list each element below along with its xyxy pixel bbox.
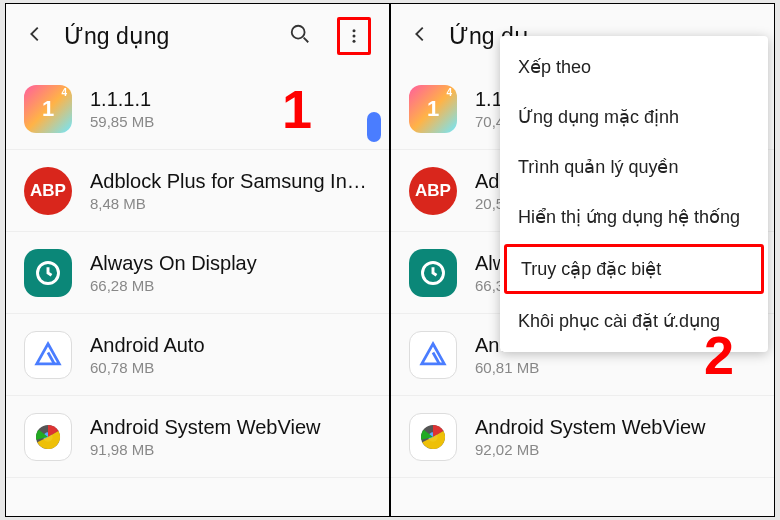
app-name: Android System WebView bbox=[90, 416, 371, 439]
app-icon-1111: 1 bbox=[409, 85, 457, 133]
annotation-step-2: 2 bbox=[704, 324, 734, 386]
svg-point-3 bbox=[353, 40, 356, 43]
app-icon-android-auto bbox=[24, 331, 72, 379]
app-name: Android Auto bbox=[90, 334, 371, 357]
list-item[interactable]: 1 1.1.1.1 59,85 MB bbox=[6, 68, 389, 150]
app-name: Always On Display bbox=[90, 252, 371, 275]
menu-sort-by[interactable]: Xếp theo bbox=[500, 42, 768, 92]
app-icon-webview bbox=[409, 413, 457, 461]
annotation-step-1: 1 bbox=[282, 78, 312, 140]
app-size: 92,02 MB bbox=[475, 441, 756, 458]
app-icon-abp: ABP bbox=[409, 167, 457, 215]
menu-default-apps[interactable]: Ứng dụng mặc định bbox=[500, 92, 768, 142]
more-options-icon[interactable] bbox=[337, 17, 371, 55]
tutorial-side-by-side: Ứng dụng 1 1.1.1.1 59,85 MB ABP Adblock … bbox=[5, 3, 775, 517]
svg-point-2 bbox=[353, 35, 356, 38]
left-pane: Ứng dụng 1 1.1.1.1 59,85 MB ABP Adblock … bbox=[6, 4, 389, 516]
svg-point-1 bbox=[353, 29, 356, 32]
app-size: 8,48 MB bbox=[90, 195, 371, 212]
page-title: Ứng dụng bbox=[64, 23, 271, 50]
header: Ứng dụng bbox=[6, 4, 389, 68]
overflow-menu: Xếp theo Ứng dụng mặc định Trình quản lý… bbox=[500, 36, 768, 352]
search-icon[interactable] bbox=[289, 23, 311, 49]
app-icon-1111: 1 bbox=[24, 85, 72, 133]
svg-point-0 bbox=[292, 26, 305, 39]
app-size: 60,78 MB bbox=[90, 359, 371, 376]
menu-show-system-apps[interactable]: Hiển thị ứng dụng hệ thống bbox=[500, 192, 768, 242]
back-icon[interactable] bbox=[409, 23, 431, 49]
app-size: 66,28 MB bbox=[90, 277, 371, 294]
list-item[interactable]: Android Auto 60,78 MB bbox=[6, 314, 389, 396]
menu-permission-manager[interactable]: Trình quản lý quyền bbox=[500, 142, 768, 192]
list-item[interactable]: Android System WebView 91,98 MB bbox=[6, 396, 389, 478]
app-size: 91,98 MB bbox=[90, 441, 371, 458]
app-icon-aod bbox=[409, 249, 457, 297]
back-icon[interactable] bbox=[24, 23, 46, 49]
app-name: 1.1.1.1 bbox=[90, 88, 371, 111]
app-icon-android-auto bbox=[409, 331, 457, 379]
list-item[interactable]: Always On Display 66,28 MB bbox=[6, 232, 389, 314]
list-item[interactable]: Android System WebView 92,02 MB bbox=[391, 396, 774, 478]
app-icon-abp: ABP bbox=[24, 167, 72, 215]
app-name: Android System WebView bbox=[475, 416, 756, 439]
app-name: Adblock Plus for Samsung Internet bbox=[90, 170, 371, 193]
right-pane: Ứng dụ 1 1.1.1.1 70,46 MB ABP Adblock Pl… bbox=[391, 4, 774, 516]
menu-special-access[interactable]: Truy cập đặc biệt bbox=[504, 244, 764, 294]
scroll-handle[interactable] bbox=[367, 112, 381, 142]
list-item[interactable]: ABP Adblock Plus for Samsung Internet 8,… bbox=[6, 150, 389, 232]
app-icon-aod bbox=[24, 249, 72, 297]
app-icon-webview bbox=[24, 413, 72, 461]
app-list: 1 1.1.1.1 59,85 MB ABP Adblock Plus for … bbox=[6, 68, 389, 478]
app-size: 59,85 MB bbox=[90, 113, 371, 130]
